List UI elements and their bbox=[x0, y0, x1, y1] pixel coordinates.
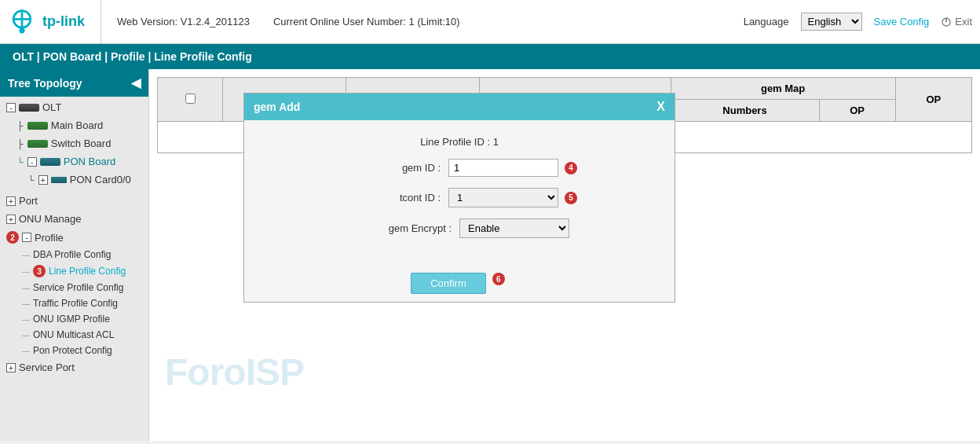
pon-card-connector-icon: └ bbox=[28, 175, 35, 185]
modal-footer: Confirm 6 bbox=[244, 265, 675, 302]
switch-board-connector-icon: ├ bbox=[17, 139, 24, 149]
pon-board-collapse-icon[interactable]: - bbox=[27, 157, 37, 167]
language-label: Language bbox=[744, 16, 789, 28]
col-op: OP bbox=[895, 78, 971, 122]
profile-badge: 2 bbox=[6, 231, 19, 244]
nav-sub-pon-protect[interactable]: Pon Protect Config bbox=[22, 343, 148, 358]
service-profile-label: Service Profile Config bbox=[33, 282, 123, 293]
gem-id-label: gem ID : bbox=[338, 162, 441, 174]
confirm-button[interactable]: Confirm bbox=[411, 273, 486, 294]
main-layout: Tree Topology ◀ - OLT ├ Main Board ├ Swi… bbox=[0, 69, 980, 441]
content-area: gem ID tcont ID gem Encrypt gem Map OP N… bbox=[149, 69, 980, 441]
traffic-profile-label: Traffic Profile Config bbox=[33, 298, 118, 309]
profile-expand-icon[interactable]: - bbox=[22, 233, 31, 242]
pon-protect-label: Pon Protect Config bbox=[33, 345, 112, 356]
gem-add-modal: gem Add X Line Profile ID : 1 gem ID : 4… bbox=[243, 93, 675, 303]
tree-item-olt[interactable]: - OLT bbox=[0, 98, 148, 116]
header-right: Language English Chinese Save Config Exi… bbox=[744, 13, 972, 31]
nav-item-profile[interactable]: 2 - Profile bbox=[0, 228, 148, 247]
tcont-id-row: tcont ID : 1 2 3 5 bbox=[268, 188, 651, 207]
tree-item-pon-card[interactable]: └ + PON Card0/0 bbox=[22, 171, 148, 189]
nav-service-port-label: Service Port bbox=[19, 361, 75, 373]
tcont-id-label: tcont ID : bbox=[338, 192, 441, 204]
line-profile-id-value: 1 bbox=[493, 136, 499, 148]
nav-item-service-port[interactable]: + Service Port bbox=[0, 358, 148, 376]
header-info: Web Version: V1.2.4_201123 Current Onlin… bbox=[117, 16, 744, 28]
olt-collapse-icon[interactable]: - bbox=[6, 103, 16, 112]
nav-sub-multicast-acl[interactable]: ONU Multicast ACL bbox=[22, 327, 148, 343]
gem-encrypt-row: gem Encrypt : Enable Disable bbox=[268, 218, 651, 238]
line-profile-id-label: Line Profile ID : bbox=[420, 136, 490, 148]
sidebar-header[interactable]: Tree Topology ◀ bbox=[0, 69, 148, 97]
modal-close-button[interactable]: X bbox=[656, 100, 665, 114]
web-version: Web Version: V1.2.4_201123 bbox=[117, 16, 250, 28]
nav-item-port[interactable]: + Port bbox=[0, 192, 148, 210]
gem-encrypt-select[interactable]: Enable Disable bbox=[459, 218, 569, 238]
col-checkbox bbox=[158, 78, 223, 122]
nav-item-onu-manage[interactable]: + ONU Manage bbox=[0, 210, 148, 228]
nav-profile-label: Profile bbox=[35, 232, 64, 244]
exit-label: Exit bbox=[955, 16, 972, 28]
tree-item-pon-board[interactable]: └ - PON Board bbox=[11, 152, 148, 171]
nav-sub-service-profile[interactable]: Service Profile Config bbox=[22, 280, 148, 295]
tcont-id-select[interactable]: 1 2 3 bbox=[448, 188, 558, 207]
olt-device-icon bbox=[19, 104, 39, 112]
modal-header: gem Add X bbox=[244, 94, 675, 120]
main-board-label: Main Board bbox=[51, 119, 103, 131]
svg-point-3 bbox=[19, 28, 24, 33]
modal-title: gem Add bbox=[254, 101, 300, 113]
nav-section: + Port + ONU Manage 2 - Profile DBA Prof… bbox=[0, 190, 148, 378]
online-user: Current Online User Number: 1 (Limit:10) bbox=[273, 16, 460, 28]
dba-profile-label: DBA Profile Config bbox=[33, 249, 111, 260]
page-title-bar: OLT | PON Board | Profile | Line Profile… bbox=[0, 44, 980, 69]
tcont-id-badge: 5 bbox=[565, 192, 577, 204]
gem-id-input[interactable] bbox=[448, 159, 558, 177]
profile-sub-menu: DBA Profile Config 3 Line Profile Config… bbox=[0, 247, 148, 358]
header: tp-link Web Version: V1.2.4_201123 Curre… bbox=[0, 0, 980, 44]
nav-sub-line-profile[interactable]: 3 Line Profile Config bbox=[22, 262, 148, 280]
service-port-expand-icon[interactable]: + bbox=[6, 363, 16, 372]
tree-section: - OLT ├ Main Board ├ Switch Board └ - bbox=[0, 97, 148, 190]
watermark: ForoISP bbox=[149, 350, 304, 394]
gem-id-badge: 4 bbox=[565, 162, 577, 174]
col-gem-map-op: OP bbox=[819, 100, 895, 122]
modal-body: Line Profile ID : 1 gem ID : 4 tcont ID … bbox=[244, 120, 675, 265]
exit-button[interactable]: Exit bbox=[941, 16, 972, 28]
igmp-profile-label: ONU IGMP Profile bbox=[33, 314, 110, 325]
save-config-button[interactable]: Save Config bbox=[874, 16, 930, 28]
tree-item-main-board[interactable]: ├ Main Board bbox=[11, 116, 148, 134]
page-title: OLT | PON Board | Profile | Line Profile… bbox=[13, 50, 252, 63]
multicast-acl-label: ONU Multicast ACL bbox=[33, 329, 114, 340]
tree-item-switch-board[interactable]: ├ Switch Board bbox=[11, 134, 148, 152]
nav-sub-dba-profile[interactable]: DBA Profile Config bbox=[22, 247, 148, 262]
sidebar-title: Tree Topology bbox=[8, 77, 82, 90]
tp-link-logo-icon bbox=[8, 8, 36, 36]
col-gem-map-numbers: Numbers bbox=[671, 100, 819, 122]
onu-manage-expand-icon[interactable]: + bbox=[6, 215, 16, 224]
confirm-badge: 6 bbox=[492, 273, 505, 285]
nav-onu-manage-label: ONU Manage bbox=[19, 213, 81, 225]
language-select[interactable]: English Chinese bbox=[801, 13, 862, 31]
nav-sub-traffic-profile[interactable]: Traffic Profile Config bbox=[22, 295, 148, 311]
col-gem-map: gem Map bbox=[671, 78, 895, 100]
line-profile-badge: 3 bbox=[33, 265, 46, 277]
pon-board-connector-icon: └ bbox=[17, 157, 24, 167]
line-profile-info: Line Profile ID : 1 bbox=[268, 136, 651, 148]
switch-board-device-icon bbox=[27, 140, 48, 148]
pon-card-device-icon bbox=[51, 177, 67, 183]
select-all-checkbox[interactable] bbox=[185, 94, 196, 104]
sidebar-toggle-icon[interactable]: ◀ bbox=[131, 75, 141, 90]
logo-area: tp-link bbox=[8, 0, 101, 43]
port-expand-icon[interactable]: + bbox=[6, 196, 16, 206]
logo-text: tp-link bbox=[42, 13, 85, 30]
pon-board-label: PON Board bbox=[64, 156, 115, 167]
nav-sub-igmp-profile[interactable]: ONU IGMP Profile bbox=[22, 311, 148, 327]
gem-encrypt-label: gem Encrypt : bbox=[349, 222, 452, 234]
nav-port-label: Port bbox=[19, 195, 38, 207]
power-icon bbox=[941, 17, 952, 28]
gem-id-row: gem ID : 4 bbox=[268, 159, 651, 177]
pon-card-expand-icon[interactable]: + bbox=[38, 175, 48, 185]
switch-board-label: Switch Board bbox=[51, 138, 112, 149]
pon-board-device-icon bbox=[40, 158, 60, 166]
main-board-connector-icon: ├ bbox=[17, 121, 24, 130]
